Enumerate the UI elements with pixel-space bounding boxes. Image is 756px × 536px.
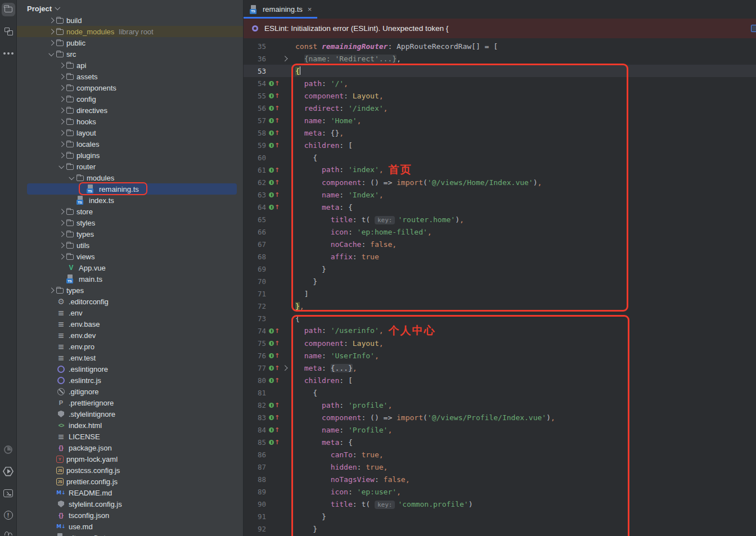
tree-item-public[interactable]: public — [17, 37, 243, 48]
tree-expand-chevron[interactable] — [56, 165, 66, 169]
line-number[interactable]: 56 — [244, 104, 266, 112]
code-line-text[interactable]: meta: { — [295, 203, 353, 211]
tree-expand-chevron[interactable] — [46, 41, 56, 45]
tree-item-.stylelintignore[interactable]: .stylelintignore — [17, 408, 243, 420]
line-number[interactable]: 90 — [244, 500, 266, 508]
tree-item-components[interactable]: components — [17, 82, 243, 93]
tree-expand-chevron[interactable] — [56, 232, 66, 236]
line-number[interactable]: 63 — [244, 191, 266, 199]
tree-expand-chevron[interactable] — [56, 142, 66, 146]
code-line-82[interactable]: 82↑ path: 'profile', — [244, 399, 756, 411]
tab-remaining-ts[interactable]: remaining.ts × — [244, 0, 317, 19]
version-control-icon[interactable] — [2, 530, 15, 536]
tree-item-vite.config.ts[interactable]: vite.config.ts — [17, 532, 243, 536]
tree-item-tsconfig.json[interactable]: tsconfig.json — [17, 510, 243, 521]
tree-expand-chevron[interactable] — [56, 120, 66, 124]
code-line-text[interactable]: meta: {}, — [295, 129, 344, 137]
tree-item-store[interactable]: store — [17, 206, 243, 217]
code-line-70[interactable]: 70 } — [244, 275, 756, 287]
line-number[interactable]: 81 — [244, 389, 266, 397]
code-line-text[interactable]: }, — [295, 302, 304, 310]
code-line-text[interactable]: ] — [295, 290, 308, 298]
tree-item-.env.test[interactable]: .env.test — [17, 352, 243, 363]
code-line-77[interactable]: 77↑ meta: {...}, — [244, 362, 756, 374]
line-number[interactable]: 77 — [244, 364, 266, 372]
line-number[interactable]: 75 — [244, 339, 266, 348]
code-line-text[interactable]: noCache: false, — [295, 240, 397, 249]
line-number[interactable]: 76 — [244, 352, 266, 360]
code-line-text[interactable]: } — [295, 512, 326, 521]
project-folder-icon[interactable] — [2, 3, 15, 16]
code-line-56[interactable]: 56↑ redirect: '/index', — [244, 102, 756, 114]
code-line-text[interactable]: const remainingRouter: AppRouteRecordRaw… — [295, 42, 498, 51]
code-line-85[interactable]: 85↑ meta: { — [244, 436, 756, 448]
code-line-35[interactable]: 35const remainingRouter: AppRouteRecordR… — [244, 40, 756, 52]
tree-item-.env.base[interactable]: .env.base — [17, 318, 243, 330]
fold-chevron-icon[interactable] — [281, 57, 289, 61]
code-line-text[interactable]: { — [295, 389, 317, 397]
gutter-change-marker-icon[interactable]: ↑ — [269, 439, 281, 446]
code-line-text[interactable]: } — [295, 525, 317, 533]
code-line-87[interactable]: 87 hidden: true, — [244, 461, 756, 473]
tree-item-assets[interactable]: assets — [17, 71, 243, 82]
banner-action-icon[interactable] — [751, 25, 756, 32]
tree-expand-chevron[interactable] — [56, 109, 66, 112]
code-line-text[interactable]: hidden: true, — [295, 463, 388, 471]
tree-item-router[interactable]: router — [17, 161, 243, 172]
code-line-text[interactable]: name: 'Profile', — [295, 426, 392, 434]
code-line-text[interactable]: { — [295, 154, 317, 162]
code-line-text[interactable]: icon: 'ep:user', — [295, 488, 401, 496]
code-line-text[interactable]: icon: 'ep:home-filled', — [295, 228, 432, 236]
tree-item-layout[interactable]: layout — [17, 127, 243, 138]
tree-item-.env.dev[interactable]: .env.dev — [17, 330, 243, 341]
tree-item-modules[interactable]: modules — [17, 172, 243, 183]
tree-item-.eslintignore[interactable]: .eslintignore — [17, 363, 243, 375]
tree-item-README.md[interactable]: README.md — [17, 487, 243, 498]
services-icon[interactable] — [2, 465, 15, 478]
line-number[interactable]: 89 — [244, 488, 266, 496]
code-line-text[interactable]: component: () => import('@/views/Profile… — [295, 413, 555, 422]
line-number[interactable]: 91 — [244, 512, 266, 521]
line-number[interactable]: 92 — [244, 525, 266, 533]
code-line-text[interactable]: meta: {...}, — [295, 364, 357, 372]
code-line-60[interactable]: 60 { — [244, 151, 756, 164]
line-number[interactable]: 80 — [244, 376, 266, 385]
gutter-change-marker-icon[interactable]: ↑ — [269, 414, 281, 421]
code-line-71[interactable]: 71 ] — [244, 287, 756, 300]
tree-item-App.vue[interactable]: App.vue — [17, 262, 243, 273]
line-number[interactable]: 74 — [244, 327, 266, 335]
structure-icon[interactable] — [2, 25, 15, 38]
project-panel-header[interactable]: Project — [17, 0, 243, 17]
code-line-66[interactable]: 66 icon: 'ep:home-filled', — [244, 226, 756, 238]
line-number[interactable]: 64 — [244, 203, 266, 211]
tree-item-.eslintrc.js[interactable]: .eslintrc.js — [17, 375, 243, 386]
line-number[interactable]: 82 — [244, 401, 266, 409]
tree-expand-chevron[interactable] — [56, 97, 66, 101]
code-line-text[interactable]: noTagsView: false, — [295, 475, 410, 484]
code-line-63[interactable]: 63↑ name: 'Index', — [244, 188, 756, 201]
line-number[interactable]: 67 — [244, 240, 266, 249]
tree-item-types[interactable]: types — [17, 228, 243, 240]
code-line-text[interactable]: component: () => import('@/views/Home/In… — [295, 178, 542, 187]
code-line-83[interactable]: 83↑ component: () => import('@/views/Pro… — [244, 411, 756, 424]
tree-expand-chevron[interactable] — [46, 30, 56, 34]
line-number[interactable]: 87 — [244, 463, 266, 471]
code-line-text[interactable]: component: Layout, — [295, 92, 384, 100]
tree-expand-chevron[interactable] — [56, 64, 66, 67]
code-line-54[interactable]: 54↑ path: '/', — [244, 77, 756, 89]
code-line-72[interactable]: 72}, — [244, 300, 756, 312]
tree-expand-chevron[interactable] — [56, 75, 66, 79]
line-number[interactable]: 57 — [244, 116, 266, 125]
tree-item-postcss.config.js[interactable]: postcss.config.js — [17, 465, 243, 476]
code-line-90[interactable]: 90 title: t( key:'common.profile') — [244, 498, 756, 510]
tree-item-prettier.config.js[interactable]: prettier.config.js — [17, 476, 243, 487]
tree-expand-chevron[interactable] — [46, 52, 56, 56]
tree-item-main.ts[interactable]: main.ts — [17, 273, 243, 285]
code-line-62[interactable]: 62↑ component: () => import('@/views/Hom… — [244, 176, 756, 188]
code-line-text[interactable]: title: t( key:'common.profile') — [295, 500, 472, 508]
line-number[interactable]: 69 — [244, 265, 266, 273]
gutter-change-marker-icon[interactable]: ↑ — [269, 364, 281, 372]
tree-expand-chevron[interactable] — [66, 176, 76, 180]
line-number[interactable]: 62 — [244, 178, 266, 187]
code-line-text[interactable]: path: '/userinfo',个人中心 — [295, 323, 436, 338]
